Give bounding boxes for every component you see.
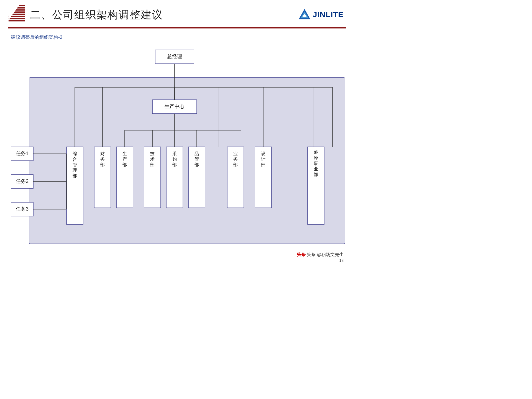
svg-text:财: 财 — [100, 151, 105, 156]
svg-text:务: 务 — [100, 157, 105, 162]
svg-text:任务1: 任务1 — [16, 150, 29, 156]
svg-rect-56 — [188, 147, 205, 208]
svg-text:部: 部 — [122, 162, 127, 167]
svg-text:管: 管 — [195, 157, 199, 162]
svg-text:产: 产 — [122, 157, 127, 162]
svg-text:部: 部 — [261, 162, 265, 167]
svg-text:部: 部 — [195, 162, 199, 167]
svg-rect-6 — [9, 18, 25, 19]
svg-text:部: 部 — [314, 172, 318, 177]
svg-text:合: 合 — [73, 157, 77, 162]
svg-text:购: 购 — [172, 157, 177, 162]
svg-text:术: 术 — [150, 157, 155, 162]
svg-rect-7 — [9, 20, 25, 21]
svg-text:综: 综 — [73, 151, 77, 156]
svg-text:总经理: 总经理 — [167, 53, 182, 59]
svg-text:任务2: 任务2 — [16, 178, 29, 184]
svg-text:部: 部 — [73, 173, 77, 178]
svg-text:生产中心: 生产中心 — [165, 103, 185, 109]
svg-text:理: 理 — [73, 168, 77, 173]
page-title: 二、公司组织架构调整建议 — [30, 8, 163, 22]
svg-text:业: 业 — [314, 167, 318, 171]
svg-text:采: 采 — [172, 151, 177, 156]
svg-rect-60 — [227, 147, 244, 208]
svg-text:事: 事 — [314, 161, 318, 166]
svg-text:部: 部 — [233, 162, 238, 167]
svg-rect-64 — [255, 147, 272, 208]
svg-text:业: 业 — [233, 151, 238, 156]
svg-text:部: 部 — [172, 162, 177, 167]
footer: 头条 头条 @职场文先生 18 — [297, 252, 344, 263]
svg-rect-40 — [94, 147, 111, 208]
svg-text:品: 品 — [195, 151, 199, 156]
svg-text:务: 务 — [233, 157, 238, 162]
header-divider — [0, 27, 355, 29]
svg-text:生: 生 — [122, 151, 127, 156]
svg-text:设: 设 — [261, 151, 265, 156]
header-left: 二、公司组织架构调整建议 — [8, 5, 163, 24]
brand-logo: JINLITE — [298, 9, 344, 21]
svg-text:部: 部 — [100, 162, 105, 167]
svg-text:泽: 泽 — [314, 155, 318, 160]
stripe-logo-icon — [8, 5, 25, 24]
svg-text:部: 部 — [150, 162, 155, 167]
org-chart-area: .box { fill: white; stroke: #3a3a8a; str… — [0, 44, 355, 253]
org-chart-svg: .box { fill: white; stroke: #3a3a8a; str… — [8, 44, 346, 252]
brand-name: JINLITE — [313, 10, 344, 19]
svg-text:盛: 盛 — [314, 150, 318, 155]
svg-text:任务3: 任务3 — [16, 206, 29, 211]
svg-rect-44 — [116, 147, 133, 208]
section-subtitle: 建议调整后的组织架构-2 — [0, 31, 355, 44]
svg-rect-48 — [144, 147, 161, 208]
page-number: 18 — [339, 258, 344, 263]
svg-text:管: 管 — [73, 162, 77, 167]
svg-text:计: 计 — [261, 157, 265, 162]
watermark-text: 头条 头条 @职场文先生 — [297, 252, 344, 258]
svg-text:技: 技 — [150, 151, 155, 156]
svg-rect-52 — [166, 147, 183, 208]
jinlite-logo-icon — [298, 9, 311, 21]
header: 二、公司组织架构调整建议 JINLITE — [0, 0, 355, 27]
watermark-platform: 头条 — [297, 252, 306, 257]
